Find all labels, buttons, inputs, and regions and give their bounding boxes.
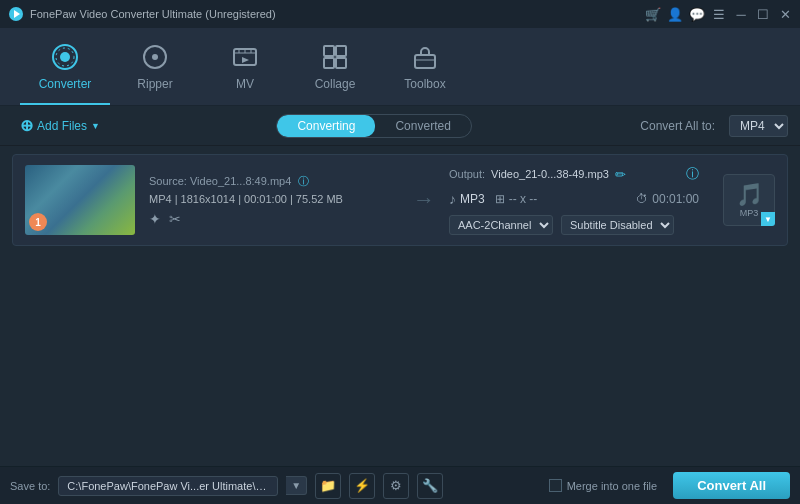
app-logo — [8, 6, 24, 22]
ripper-label: Ripper — [137, 77, 172, 91]
svg-rect-13 — [324, 46, 334, 56]
svg-rect-14 — [336, 46, 346, 56]
message-icon[interactable]: 💬 — [690, 7, 704, 21]
nav-mv[interactable]: MV — [200, 33, 290, 105]
file-card: 1 Source: Video_21...8:49.mp4 ⓘ MP4 | 18… — [12, 154, 788, 246]
merge-checkbox-area: Merge into one file — [549, 479, 658, 492]
svg-point-6 — [152, 54, 158, 60]
nav-ripper[interactable]: Ripper — [110, 33, 200, 105]
source-info-icon[interactable]: ⓘ — [298, 175, 309, 187]
thumbnail-badge: 1 — [29, 213, 47, 231]
svg-rect-17 — [415, 55, 435, 68]
file-info: Source: Video_21...8:49.mp4 ⓘ MP4 | 1816… — [149, 174, 399, 227]
account-icon[interactable]: 👤 — [668, 7, 682, 21]
output-label: Output: — [449, 168, 485, 180]
converter-icon — [49, 41, 81, 73]
convert-format-select[interactable]: MP4 — [729, 115, 788, 137]
svg-marker-12 — [242, 57, 249, 63]
audio-channel-select[interactable]: AAC-2Channel — [449, 215, 553, 235]
merge-checkbox[interactable] — [549, 479, 562, 492]
bottom-bar: Save to: C:\FonePaw\FonePaw Vi...er Ulti… — [0, 466, 800, 504]
toolbar: ⊕ Add Files ▼ Converting Converted Conve… — [0, 106, 800, 146]
minimize-icon[interactable]: ─ — [734, 7, 748, 21]
app-title: FonePaw Video Converter Ultimate (Unregi… — [30, 8, 646, 20]
folder-icon-button[interactable]: 📁 — [315, 473, 341, 499]
convert-all-button[interactable]: Convert All — [673, 472, 790, 499]
output-format-label: MP3 — [460, 192, 485, 206]
cart-icon[interactable]: 🛒 — [646, 7, 660, 21]
mv-icon — [229, 41, 261, 73]
nav-collage[interactable]: Collage — [290, 33, 380, 105]
output-filename: Video_21-0...38-49.mp3 — [491, 168, 609, 180]
file-format: MP4 — [149, 193, 172, 205]
svg-rect-15 — [324, 58, 334, 68]
file-actions: ✦ ✂ — [149, 211, 399, 227]
window-controls: 🛒 👤 💬 ☰ ─ ☐ ✕ — [646, 7, 792, 21]
format-box-label: MP3 — [740, 208, 759, 218]
ripper-icon — [139, 41, 171, 73]
output-format: ♪ MP3 — [449, 191, 485, 207]
plus-icon: ⊕ — [20, 116, 33, 135]
format-box-audio-icon: 🎵 — [736, 182, 763, 208]
output-info-icon[interactable]: ⓘ — [686, 165, 699, 183]
add-files-dropdown-arrow[interactable]: ▼ — [91, 121, 100, 131]
flash-icon-button[interactable]: ⚡ — [349, 473, 375, 499]
file-source-row: Source: Video_21...8:49.mp4 ⓘ — [149, 174, 399, 189]
title-bar: FonePaw Video Converter Ultimate (Unregi… — [0, 0, 800, 28]
save-to-label: Save to: — [10, 480, 50, 492]
output-area: Output: Video_21-0...38-49.mp3 ✏ ⓘ ♪ MP3… — [449, 165, 699, 235]
close-icon[interactable]: ✕ — [778, 7, 792, 21]
svg-point-3 — [60, 52, 70, 62]
toolbox-label: Toolbox — [404, 77, 445, 91]
tab-group: Converting Converted — [276, 114, 471, 138]
file-resolution: 1816x1014 — [181, 193, 235, 205]
size-icon: ⊞ — [495, 192, 505, 206]
effects-button[interactable]: ✦ — [149, 211, 161, 227]
nav-toolbox[interactable]: Toolbox — [380, 33, 470, 105]
audio-icon: ♪ — [449, 191, 456, 207]
output-header: Output: Video_21-0...38-49.mp3 ✏ ⓘ — [449, 165, 699, 183]
svg-rect-16 — [336, 58, 346, 68]
add-files-label: Add Files — [37, 119, 87, 133]
add-files-button[interactable]: ⊕ Add Files ▼ — [12, 112, 108, 139]
save-path: C:\FonePaw\FonePaw Vi...er Ultimate\Conv… — [58, 476, 278, 496]
tools-icon-button[interactable]: 🔧 — [417, 473, 443, 499]
main-layout: ⊕ Add Files ▼ Converting Converted Conve… — [0, 106, 800, 504]
output-size: ⊞ -- x -- — [495, 192, 538, 206]
collage-label: Collage — [315, 77, 356, 91]
convert-arrow: → — [413, 187, 435, 213]
nav-bar: Converter Ripper MV — [0, 28, 800, 106]
edit-output-icon[interactable]: ✏ — [615, 167, 626, 182]
mv-label: MV — [236, 77, 254, 91]
settings-icon-button[interactable]: ⚙ — [383, 473, 409, 499]
output-duration: ⏱ 00:01:00 — [636, 192, 699, 206]
source-filename: Video_21...8:49.mp4 — [190, 175, 291, 187]
content-area: 1 Source: Video_21...8:49.mp4 ⓘ MP4 | 18… — [0, 146, 800, 466]
merge-label: Merge into one file — [567, 480, 658, 492]
maximize-icon[interactable]: ☐ — [756, 7, 770, 21]
output-format-box: 🎵 MP3 ▼ — [723, 174, 775, 226]
subtitle-select[interactable]: Subtitle Disabled — [561, 215, 674, 235]
file-thumbnail: 1 — [25, 165, 135, 235]
clock-icon: ⏱ — [636, 192, 648, 206]
tab-converted[interactable]: Converted — [375, 115, 470, 137]
file-size: 75.52 MB — [296, 193, 343, 205]
file-meta: MP4 | 1816x1014 | 00:01:00 | 75.52 MB — [149, 193, 399, 205]
output-params: ♪ MP3 ⊞ -- x -- ⏱ 00:01:00 — [449, 191, 699, 207]
toolbox-icon — [409, 41, 441, 73]
tab-converting[interactable]: Converting — [277, 115, 375, 137]
convert-all-to-label: Convert All to: — [640, 119, 715, 133]
nav-converter[interactable]: Converter — [20, 33, 110, 105]
cut-button[interactable]: ✂ — [169, 211, 181, 227]
format-box-dropdown-arrow[interactable]: ▼ — [761, 212, 775, 226]
file-duration: 00:01:00 — [244, 193, 287, 205]
save-path-dropdown[interactable]: ▼ — [286, 476, 307, 495]
collage-icon — [319, 41, 351, 73]
menu-icon[interactable]: ☰ — [712, 7, 726, 21]
output-selects: AAC-2Channel Subtitle Disabled — [449, 215, 699, 235]
source-label: Source: — [149, 175, 187, 187]
converter-label: Converter — [39, 77, 92, 91]
